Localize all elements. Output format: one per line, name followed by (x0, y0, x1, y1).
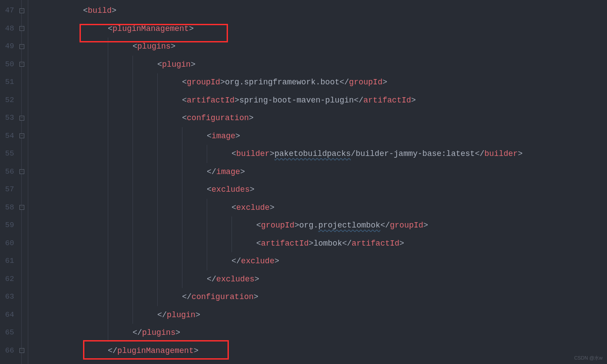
xml-punct: > (309, 239, 314, 248)
xml-punct: < (133, 42, 137, 51)
fold-marker[interactable] (16, 324, 28, 342)
code-line[interactable]: <pluginManagement> (34, 20, 607, 38)
xml-punct: > (112, 6, 117, 15)
code-line[interactable]: </configuration> (34, 288, 607, 306)
indent-guide (133, 199, 133, 217)
fold-marker[interactable] (16, 145, 28, 163)
fold-marker[interactable]: − (16, 2, 28, 20)
xml-punct: </ (340, 78, 349, 87)
indent-guide (133, 181, 133, 199)
indent-guide (133, 56, 133, 74)
fold-marker[interactable]: − (16, 342, 28, 360)
code-area[interactable]: <build><pluginManagement><plugins><plugi… (28, 0, 607, 364)
xml-punct: > (250, 185, 254, 194)
xml-tag: groupId (349, 78, 383, 87)
xml-tag: pluginManagement (118, 346, 194, 355)
xml-tag: build (88, 6, 112, 15)
code-line[interactable]: </pluginManagement> (34, 342, 607, 360)
code-line[interactable]: <artifactId>spring-boot-maven-plugin</ar… (34, 91, 607, 110)
indent-guide (182, 216, 182, 235)
fold-marker[interactable] (16, 306, 28, 324)
xml-punct: > (518, 149, 523, 158)
fold-marker[interactable] (16, 235, 28, 253)
code-line[interactable]: </image> (34, 163, 607, 181)
xml-punct: </ (133, 328, 142, 337)
fold-marker[interactable] (16, 181, 28, 199)
fold-marker[interactable] (16, 73, 28, 91)
code-editor[interactable]: 4748495051525354555657585960616263646566… (0, 0, 607, 364)
code-line[interactable]: <plugins> (34, 38, 607, 56)
line-number: 65 (0, 324, 16, 342)
indent-guide (157, 252, 158, 270)
fold-marker[interactable] (16, 252, 28, 270)
xml-punct: > (254, 292, 258, 301)
fold-marker[interactable] (16, 270, 28, 288)
code-line[interactable]: </exclude> (34, 252, 607, 270)
xml-punct: > (189, 24, 194, 33)
xml-punct: </ (207, 167, 216, 176)
line-number: 53 (0, 109, 16, 127)
line-number: 49 (0, 38, 16, 56)
indent-guide (207, 199, 207, 217)
line-number: 54 (0, 127, 16, 145)
xml-punct: < (182, 78, 187, 87)
code-line[interactable]: <builder>paketobuildpacks/builder-jammy-… (34, 145, 607, 163)
code-line[interactable]: <plugin> (34, 56, 607, 74)
fold-gutter[interactable]: −−−−−−−−− (16, 0, 28, 364)
code-line[interactable]: <exclude> (34, 199, 607, 217)
code-line[interactable]: <configuration> (34, 109, 607, 127)
line-number: 63 (0, 288, 16, 306)
indent-guide (108, 288, 108, 306)
indent-guide (108, 216, 108, 235)
indent-guide (157, 145, 158, 163)
fold-marker[interactable]: − (16, 163, 28, 181)
xml-tag: groupId (390, 221, 424, 230)
indent-guide (157, 270, 158, 288)
indent-guide (157, 109, 158, 127)
fold-marker[interactable] (16, 288, 28, 306)
xml-punct: < (207, 185, 212, 194)
indent-guide (157, 288, 158, 306)
indent-guide (207, 235, 207, 253)
indent-guide (231, 216, 232, 235)
line-number: 58 (0, 199, 16, 217)
indent-guide (108, 109, 108, 127)
xml-tag: builder (485, 149, 518, 158)
fold-marker[interactable]: − (16, 38, 28, 56)
xml-punct: > (423, 221, 428, 230)
indent-guide (108, 252, 108, 270)
indent-guide (157, 91, 158, 110)
xml-tag: artifactId (187, 96, 235, 105)
indent-guide (133, 73, 133, 91)
xml-tag: artifactId (352, 239, 399, 248)
code-line[interactable]: <image> (34, 127, 607, 145)
xml-tag: artifactId (364, 96, 411, 105)
code-line[interactable]: <groupId>org.projectlombok</groupId> (34, 216, 607, 235)
code-line[interactable]: <build> (34, 2, 607, 20)
xml-punct: > (274, 257, 279, 265)
xml-punct: > (383, 78, 387, 87)
fold-marker[interactable]: − (16, 20, 28, 38)
line-number: 48 (0, 20, 16, 38)
fold-marker[interactable] (16, 91, 28, 110)
fold-marker[interactable] (16, 216, 28, 235)
xml-punct: < (157, 60, 162, 69)
indent-guide (182, 199, 182, 217)
code-line[interactable]: <excludes> (34, 181, 607, 199)
indent-guide (157, 216, 158, 235)
code-line[interactable]: </plugins> (34, 324, 607, 342)
indent-guide (133, 91, 133, 110)
indent-guide (133, 288, 133, 306)
fold-marker[interactable]: − (16, 109, 28, 127)
indent-guide (157, 73, 158, 91)
code-line[interactable]: <groupId>org.springframework.boot</group… (34, 73, 607, 91)
fold-marker[interactable]: − (16, 199, 28, 217)
fold-marker[interactable]: − (16, 56, 28, 74)
xml-punct: > (235, 96, 239, 105)
fold-marker[interactable]: − (16, 127, 28, 145)
xml-tag: image (216, 167, 240, 176)
code-line[interactable]: </plugin> (34, 306, 607, 324)
code-line[interactable]: </excludes> (34, 270, 607, 288)
indent-guide (133, 216, 133, 235)
code-line[interactable]: <artifactId>lombok</artifactId> (34, 235, 607, 253)
